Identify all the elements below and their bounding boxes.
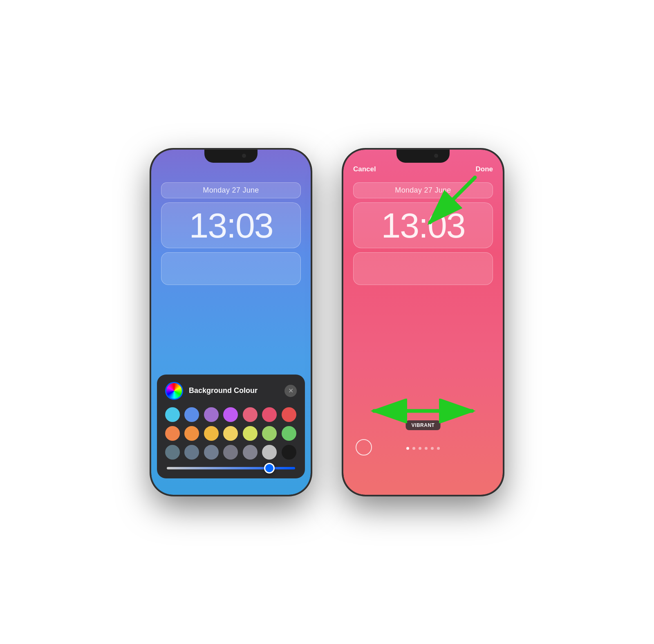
colour-dot-red[interactable] [282,407,296,422]
page-dot-5[interactable] [431,447,434,450]
horizontal-arrow [343,399,503,423]
vibrant-badge[interactable]: VIBRANT [406,420,441,430]
colour-dot-teal-muted[interactable] [165,445,180,460]
page-dot-3[interactable] [419,447,421,450]
date-display-right: Monday 27 June [353,182,493,198]
slider-thumb[interactable] [264,463,275,473]
colour-wheel-icon [165,382,183,400]
panel-title: Background Colour [189,386,284,395]
page-dot-1[interactable] [406,447,409,450]
colour-dot-blue-light[interactable] [184,407,199,422]
colour-dot-white[interactable] [262,445,277,460]
date-display-left: Monday 27 June [161,182,301,198]
time-display-right: 13:03 [353,202,493,248]
lock-screen-right: Monday 27 June 13:03 [343,174,503,293]
colour-dot-orange[interactable] [165,426,180,441]
time-display-left: 13:03 [161,202,301,248]
colour-dot-pink[interactable] [262,407,277,422]
page-dot-2[interactable] [412,447,415,450]
notch-right [396,150,450,163]
notch-left [204,150,258,163]
circle-button[interactable] [356,439,372,456]
colour-dot-green[interactable] [282,426,296,441]
colour-dot-purple-light[interactable] [204,407,219,422]
colour-dot-purple[interactable] [223,407,238,422]
close-button[interactable]: ✕ [284,385,297,397]
colour-dot-yellow-light[interactable] [223,426,238,441]
colour-dot-cyan[interactable] [165,407,180,422]
colour-dot-gray-mid[interactable] [243,445,258,460]
widget-placeholder-right [353,252,493,285]
colour-dot-pink-light[interactable] [243,407,258,422]
done-button[interactable]: Done [476,165,493,173]
background-colour-panel: Background Colour ✕ [157,375,305,478]
page-dot-4[interactable] [425,447,428,450]
colour-dot-black[interactable] [282,445,296,460]
panel-header: Background Colour ✕ [165,382,297,400]
colour-slider-container [165,467,297,469]
colour-dot-yellow-green[interactable] [243,426,258,441]
right-screen: Cancel Done Monday 27 June 13:03 [343,150,503,495]
lock-screen-left: Monday 27 June 13:03 [151,174,311,293]
colour-dot-gray[interactable] [223,445,238,460]
colour-grid [165,407,297,460]
left-screen: Monday 27 June 13:03 Background Colour ✕ [151,150,311,495]
colour-dot-slate[interactable] [184,445,199,460]
colour-dot-gray-blue[interactable] [204,445,219,460]
widget-placeholder-left [161,252,301,285]
right-phone: Cancel Done Monday 27 June 13:03 [343,150,503,495]
colour-dot-green-light[interactable] [262,426,277,441]
cancel-button[interactable]: Cancel [353,165,376,173]
colour-dot-yellow-orange[interactable] [204,426,219,441]
page-dot-6[interactable] [437,447,440,450]
top-bar: Cancel Done [343,165,503,173]
colour-dot-orange-mid[interactable] [184,426,199,441]
left-phone: Monday 27 June 13:03 Background Colour ✕ [151,150,311,495]
colour-slider[interactable] [167,467,295,469]
